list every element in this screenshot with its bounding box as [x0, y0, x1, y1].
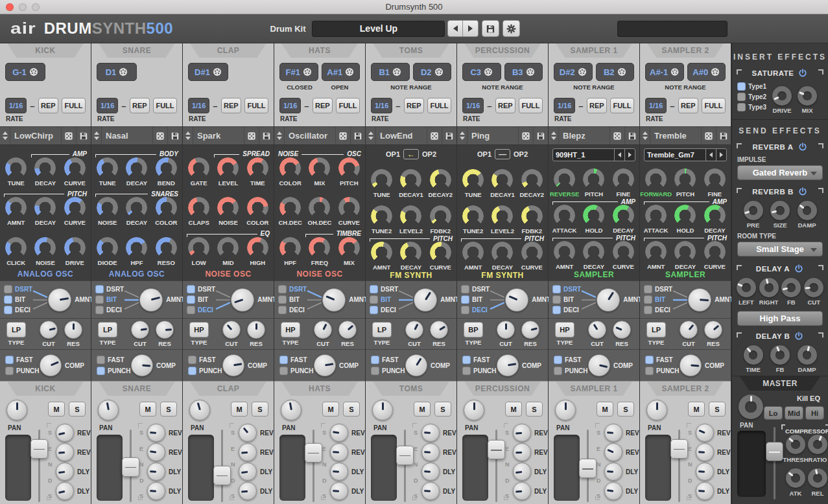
mix-knob[interactable]	[798, 86, 817, 106]
pan-knob[interactable]	[6, 400, 27, 420]
filter-res-knob[interactable]	[247, 321, 265, 339]
filter-cut-knob[interactable]	[680, 321, 698, 339]
send-knob-rev-b[interactable]	[147, 443, 165, 461]
fast-checkbox[interactable]	[645, 356, 654, 364]
randomize-button[interactable]	[152, 127, 167, 144]
thresh-knob[interactable]	[786, 435, 805, 454]
bit-checkbox[interactable]	[461, 295, 469, 304]
send-knob-rev-b[interactable]	[239, 443, 257, 461]
engine-knob[interactable]: NOISE	[93, 197, 122, 226]
rep-button[interactable]: REP	[678, 98, 698, 113]
engine-knob[interactable]: TUNE2	[367, 205, 396, 235]
engine-knob[interactable]: TUNE2	[458, 205, 488, 235]
fader-handle[interactable]	[30, 439, 48, 459]
filter-type-button[interactable]: LP	[372, 322, 392, 338]
send-knob-dly-b[interactable]	[330, 482, 348, 500]
bit-checkbox[interactable]	[644, 295, 652, 304]
rate-value[interactable]: 1/16	[5, 98, 27, 113]
note-button[interactable]: F#1	[279, 63, 318, 81]
power-icon[interactable]	[798, 187, 808, 197]
fader-handle[interactable]	[670, 439, 688, 459]
mute-button[interactable]: M	[505, 402, 522, 417]
engine-knob[interactable]: FREQ	[305, 237, 334, 266]
engine-knob[interactable]: RESO	[152, 237, 181, 266]
solo-button[interactable]: S	[526, 402, 543, 417]
engine-knob[interactable]: HPF	[276, 237, 305, 266]
fader-handle[interactable]	[396, 446, 414, 465]
rep-button[interactable]: REP	[404, 98, 424, 113]
master-pan-knob[interactable]	[739, 395, 763, 419]
solo-button[interactable]: S	[343, 402, 360, 417]
rep-button[interactable]: REP	[495, 98, 515, 113]
mute-button[interactable]: M	[414, 402, 431, 417]
filter-cut-knob[interactable]	[314, 321, 332, 339]
preset-name[interactable]: Blepz	[559, 131, 609, 141]
engine-knob[interactable]: AMNT	[550, 241, 579, 270]
rate-value[interactable]: 1/16	[371, 98, 392, 113]
right-knob[interactable]	[759, 278, 779, 297]
comp-knob[interactable]	[40, 354, 62, 376]
engine-knob[interactable]: DECAY	[396, 242, 425, 271]
full-button[interactable]: FULL	[702, 98, 726, 113]
preset-name[interactable]: Tremble	[650, 131, 701, 141]
bit-checkbox[interactable]	[552, 295, 561, 304]
note-button[interactable]: A#1	[322, 63, 361, 81]
engine-knob[interactable]: COLOR	[276, 157, 305, 187]
note-button[interactable]: B1	[371, 63, 410, 81]
rep-button[interactable]: REP	[221, 98, 241, 113]
type2-checkbox[interactable]	[737, 93, 746, 101]
filter-cut-knob[interactable]	[40, 321, 58, 339]
bit-checkbox[interactable]	[370, 295, 378, 304]
engine-knob[interactable]: AMNT	[1, 197, 30, 226]
solo-button[interactable]: S	[434, 402, 451, 417]
dist-amount-knob[interactable]	[688, 288, 711, 312]
fader-handle[interactable]	[122, 457, 139, 477]
send-knob-dly-b[interactable]	[421, 482, 440, 500]
engine-knob[interactable]: TIME	[243, 157, 272, 187]
bit-checkbox[interactable]	[187, 295, 195, 304]
kit-prev-button[interactable]	[447, 20, 463, 37]
engine-knob[interactable]: CLICK	[1, 237, 30, 266]
solo-button[interactable]: S	[252, 402, 268, 417]
rate-value[interactable]: 1/16	[279, 98, 301, 113]
op-route-button[interactable]: ←	[403, 149, 419, 159]
fader-handle[interactable]	[579, 459, 597, 478]
left-knob[interactable]	[737, 278, 756, 297]
save-preset-button[interactable]	[259, 127, 274, 144]
save-kit-button[interactable]	[482, 20, 499, 37]
engine-knob[interactable]: MIX	[305, 157, 334, 187]
dsrt-checkbox[interactable]	[278, 285, 287, 293]
dist-amount-knob[interactable]	[48, 288, 71, 312]
engine-knob[interactable]: LEVEL	[213, 157, 242, 187]
fader-handle[interactable]	[213, 466, 231, 485]
comp-knob[interactable]	[222, 354, 244, 376]
power-icon[interactable]	[798, 142, 808, 152]
deci-checkbox[interactable]	[187, 306, 195, 314]
power-icon[interactable]	[794, 331, 804, 341]
send-knob-rev-b[interactable]	[513, 443, 531, 461]
engine-knob[interactable]: LOW	[184, 237, 213, 266]
deci-checkbox[interactable]	[4, 306, 12, 314]
rate-value[interactable]: 1/16	[462, 98, 484, 113]
send-knob-dly-a[interactable]	[147, 463, 165, 481]
filter-res-knob[interactable]	[430, 321, 448, 339]
engine-knob[interactable]: DECAY	[122, 157, 151, 187]
send-knob-rev-b[interactable]	[421, 443, 440, 461]
engine-knob[interactable]: LEVEL2	[396, 205, 425, 235]
drive-knob[interactable]	[772, 86, 792, 106]
comp-knob[interactable]	[405, 354, 427, 376]
dist-amount-knob[interactable]	[597, 288, 620, 312]
filter-res-knob[interactable]	[613, 321, 631, 339]
filter-cut-knob[interactable]	[588, 321, 606, 339]
filter-type-button[interactable]: LP	[98, 322, 117, 338]
type1-checkbox[interactable]	[737, 82, 746, 91]
engine-knob[interactable]: NOISE	[30, 237, 60, 266]
room-type-dropdown[interactable]: Small Stage	[737, 242, 823, 257]
filter-res-knob[interactable]	[156, 321, 174, 339]
engine-knob[interactable]: LEVEL2	[488, 205, 517, 235]
mute-button[interactable]: M	[688, 402, 705, 417]
engine-knob[interactable]: DECAY	[579, 241, 608, 270]
sample-selector[interactable]: Tremble_Gm7	[644, 148, 727, 161]
fast-checkbox[interactable]	[97, 356, 105, 364]
engine-knob[interactable]: PITCH	[335, 157, 364, 187]
